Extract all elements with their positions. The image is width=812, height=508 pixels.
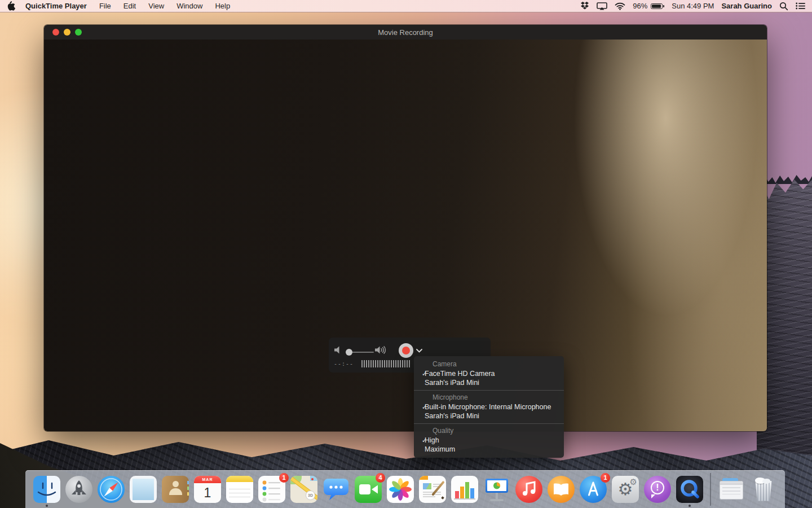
airplay-display-icon[interactable] (597, 2, 607, 10)
mail-icon (130, 476, 157, 503)
quicktime-player-icon (676, 476, 703, 503)
audio-level-meter (361, 360, 411, 367)
dock: MAR 1 1 3D (25, 470, 785, 508)
movie-recording-window: Movie Recording - (44, 25, 767, 431)
dock-item-facetime[interactable]: 4 (355, 476, 382, 503)
ibooks-icon (548, 476, 575, 503)
volume-slider-track[interactable] (350, 352, 374, 353)
system-preferences-icon: ⚙ ⚙ (612, 476, 639, 503)
dock-item-documents-window[interactable] (718, 476, 745, 503)
dock-item-itunes[interactable] (515, 476, 542, 503)
menu-item-label: FaceTime HD Camera (425, 369, 495, 378)
volume-loud-icon[interactable] (375, 346, 387, 354)
dock-item-numbers[interactable] (451, 476, 478, 503)
menu-item-sarahs-ipad-mini-camera[interactable]: Sarah's iPad Mini (414, 378, 564, 387)
calendar-day: 1 (194, 483, 221, 503)
numbers-icon (451, 476, 478, 503)
dock-item-contacts[interactable] (162, 476, 189, 503)
checkmark-icon: ✓ (414, 402, 425, 411)
wifi-icon[interactable] (615, 2, 625, 10)
menubar-app-name[interactable]: QuickTime Player (25, 2, 87, 10)
dock-item-ibooks[interactable] (548, 476, 575, 503)
menu-item-quality-high[interactable]: ✓ High (414, 436, 564, 445)
close-button[interactable] (52, 29, 59, 36)
menubar-clock[interactable]: Sun 4:49 PM (672, 2, 714, 10)
menu-section-header-microphone: Microphone (414, 393, 564, 402)
spotlight-search-icon[interactable] (779, 2, 788, 11)
notification-center-icon[interactable] (796, 2, 805, 10)
recording-options-menu: Camera ✓ FaceTime HD Camera Sarah's iPad… (414, 356, 564, 458)
battery-icon[interactable] (651, 3, 664, 9)
checkmark-icon: ✓ (414, 369, 425, 378)
menu-section-header-quality: Quality (414, 426, 564, 436)
dock-item-keynote[interactable] (483, 476, 510, 503)
minimize-button[interactable] (64, 29, 70, 36)
record-button[interactable] (399, 343, 413, 358)
menu-edit[interactable]: Edit (117, 2, 142, 10)
zoom-button[interactable] (75, 29, 82, 36)
apple-menu-icon[interactable] (7, 1, 15, 11)
menu-item-label: High (425, 436, 439, 445)
chevron-down-icon[interactable] (416, 349, 422, 353)
dock-item-safari[interactable] (98, 476, 125, 503)
battery-percent[interactable]: 96% (633, 2, 647, 10)
gear-icon: ⚙ (630, 477, 637, 487)
dock-item-finder[interactable] (33, 476, 60, 503)
dock-item-system-preferences[interactable]: ⚙ ⚙ (612, 476, 639, 503)
menu-item-label: Sarah's iPad Mini (425, 411, 479, 421)
menu-file[interactable]: File (93, 2, 117, 10)
dock-item-messages[interactable] (323, 476, 350, 503)
dropbox-icon[interactable] (580, 2, 589, 10)
volume-mute-icon[interactable] (334, 346, 342, 354)
pages-icon (419, 476, 446, 503)
notification-badge: 4 (376, 473, 385, 483)
feedback-assistant-icon: ! (644, 476, 671, 503)
dock-item-app-store[interactable]: 1 (580, 476, 607, 503)
finder-icon (33, 476, 60, 503)
window-title: Movie Recording (378, 28, 433, 37)
dock-item-mail[interactable] (130, 476, 157, 503)
running-indicator (689, 505, 691, 507)
menu-help[interactable]: Help (209, 2, 236, 10)
dock-item-feedback-assistant[interactable]: ! (644, 476, 671, 503)
menu-separator (414, 423, 564, 424)
volume-slider-knob[interactable] (346, 349, 352, 356)
menu-section-header-camera: Camera (414, 360, 564, 369)
contacts-icon (162, 476, 189, 503)
menu-item-built-in-microphone[interactable]: ✓ Built-in Microphone: Internal Micropho… (414, 402, 564, 411)
menu-item-facetime-hd-camera[interactable]: ✓ FaceTime HD Camera (414, 369, 564, 378)
menu-view[interactable]: View (142, 2, 170, 10)
documents-window-icon (718, 476, 745, 503)
messages-icon (323, 476, 350, 503)
menu-item-label: Maximum (425, 445, 455, 454)
dock-item-maps[interactable]: 3D (290, 476, 317, 503)
dock-item-reminders[interactable]: 1 (258, 476, 285, 503)
menu-item-label: Built-in Microphone: Internal Microphone (425, 402, 551, 411)
dock-item-quicktime-player[interactable] (676, 476, 703, 503)
checkmark-icon: ✓ (414, 436, 425, 445)
keynote-icon (483, 476, 510, 503)
dock-item-pages[interactable] (419, 476, 446, 503)
desktop: QuickTime Player File Edit View Window H… (0, 0, 812, 508)
dock-item-notes[interactable] (226, 476, 253, 503)
dock-item-photos[interactable] (387, 476, 414, 503)
checkmark-icon (414, 378, 425, 387)
notes-icon (226, 476, 253, 503)
notification-badge: 1 (601, 473, 610, 483)
menu-item-quality-maximum[interactable]: Maximum (414, 445, 564, 454)
menu-separator (414, 390, 564, 391)
maps-icon: 3D (290, 476, 317, 503)
menubar-user-name[interactable]: Sarah Guarino (721, 2, 772, 10)
menu-bar: QuickTime Player File Edit View Window H… (0, 0, 812, 12)
dock-item-trash[interactable] (750, 476, 777, 503)
dock-item-launchpad[interactable] (65, 476, 92, 503)
menu-item-sarahs-ipad-mini-mic[interactable]: Sarah's iPad Mini (414, 411, 564, 421)
menu-window[interactable]: Window (170, 2, 209, 10)
calendar-icon: MAR 1 (194, 476, 221, 503)
dock-item-calendar[interactable]: MAR 1 (194, 476, 221, 503)
launchpad-icon (65, 476, 92, 503)
recording-time-display: --:-- (334, 361, 354, 367)
window-titlebar[interactable]: Movie Recording (44, 25, 767, 40)
itunes-icon (515, 476, 542, 503)
trash-full-icon (750, 476, 777, 503)
